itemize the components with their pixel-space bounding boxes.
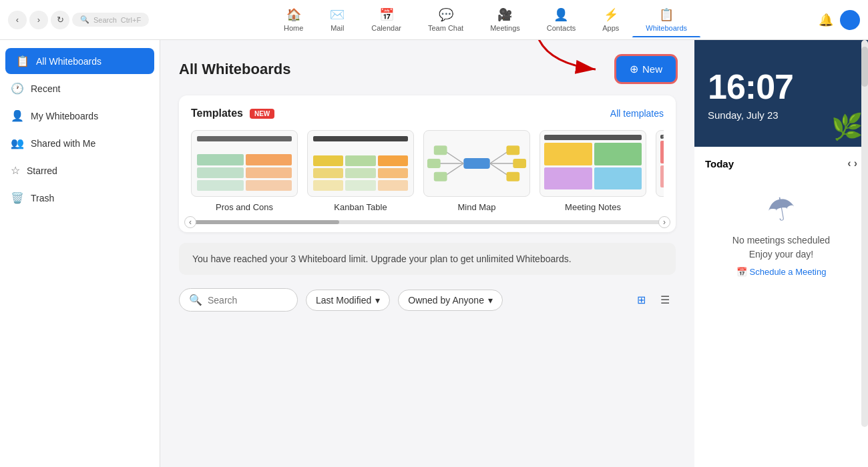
new-button-label: New: [642, 63, 662, 75]
sidebar-label-recent: Recent: [31, 83, 60, 94]
nav-item-apps[interactable]: ⚡ Apps: [589, 2, 632, 37]
clock-time: 16:07: [708, 67, 793, 107]
nav-item-calendar[interactable]: 📅 Calendar: [358, 2, 415, 37]
scroll-right-button[interactable]: ›: [658, 216, 670, 228]
list-view-button[interactable]: ☰: [654, 290, 676, 311]
template-start-stop[interactable]: Stop, Start, Continue Retrospective: [656, 130, 664, 212]
home-icon: 🏠: [286, 7, 301, 22]
sidebar-item-starred[interactable]: ☆ Starred: [0, 157, 160, 183]
new-badge: NEW: [250, 109, 274, 119]
calendar-icon: 📅: [379, 7, 394, 22]
template-pros-cons[interactable]: Pros and Cons: [191, 130, 298, 212]
template-kanban[interactable]: Kanban Table: [307, 130, 414, 212]
nav-label-whiteboards: Whiteboards: [646, 24, 687, 32]
sidebar-item-recent[interactable]: 🕐 Recent: [0, 75, 160, 101]
right-panel-calendar: Today ‹ › ☂ No meetings scheduled Enjoy …: [694, 147, 868, 467]
calendar-prev-button[interactable]: ‹: [847, 157, 851, 169]
scrollbar-thumb[interactable]: [192, 220, 339, 224]
no-meetings-text: No meetings scheduled Enjoy your day!: [732, 234, 830, 262]
content-header: All Whiteboards ⊕ New: [179, 56, 676, 82]
chevron-down-icon-2: ▾: [488, 295, 493, 306]
nav-item-mail[interactable]: ✉️ Mail: [316, 2, 358, 37]
arrow-annotation: [529, 40, 616, 76]
calendar-next-button[interactable]: ›: [854, 157, 857, 169]
svg-rect-10: [434, 172, 447, 181]
nav-item-whiteboards[interactable]: 📋 Whiteboards: [632, 2, 700, 37]
list-icon: ☰: [660, 294, 670, 306]
page-title: All Whiteboards: [179, 61, 290, 78]
trash-icon: 🗑️: [11, 191, 24, 204]
nav-item-meetings[interactable]: 🎥 Meetings: [477, 2, 533, 37]
nav-label-mail: Mail: [331, 24, 344, 32]
clock-date: Sunday, July 23: [708, 109, 779, 121]
all-templates-link[interactable]: All templates: [610, 108, 664, 119]
sidebar-label-my-whiteboards: My Whiteboards: [31, 111, 98, 121]
no-meetings-line2: Enjoy your day!: [732, 248, 830, 262]
search-input-wrap: 🔍: [179, 288, 298, 312]
right-panel-clock: 16:07 Sunday, July 23 🌿: [694, 40, 868, 147]
templates-header: Templates NEW All templates: [191, 107, 664, 119]
nav-label-apps: Apps: [602, 24, 619, 32]
teamchat-icon: 💬: [439, 7, 453, 22]
no-meetings-line1: No meetings scheduled: [732, 234, 830, 248]
global-search-bar[interactable]: 🔍 Search Ctrl+F: [72, 13, 149, 27]
sidebar-item-all-whiteboards[interactable]: 📋 All Whiteboards: [5, 48, 154, 74]
nav-item-teamchat[interactable]: 💬 Team Chat: [415, 2, 477, 37]
template-meeting-notes[interactable]: Meeting Notes: [539, 130, 646, 212]
recent-icon: 🕐: [11, 82, 24, 95]
sidebar-label-trash: Trash: [31, 193, 54, 203]
no-meetings-panel: ☂ No meetings scheduled Enjoy your day! …: [705, 177, 857, 290]
whiteboard-search-input[interactable]: [208, 295, 288, 306]
template-thumb-pros-cons: [191, 130, 298, 197]
nav-right: 🔔: [811, 10, 868, 30]
nav-center: 🏠 Home ✉️ Mail 📅 Calendar 💬 Team Chat 🎥 …: [160, 2, 811, 37]
template-thumb-kanban: [307, 130, 414, 197]
last-modified-dropdown[interactable]: Last Modified ▾: [306, 290, 390, 311]
sidebar-label-all-whiteboards: All Whiteboards: [36, 56, 101, 67]
search-label: Search: [93, 16, 117, 24]
sidebar-item-shared-with-me[interactable]: 👥 Shared with Me: [0, 130, 160, 156]
view-toggle: ⊞ ☰: [630, 290, 676, 311]
svg-rect-12: [513, 159, 526, 168]
nav-item-contacts[interactable]: 👤 Contacts: [533, 2, 589, 37]
back-button[interactable]: ‹: [8, 11, 27, 29]
template-thumb-meeting-notes: [539, 130, 646, 197]
starred-icon: ☆: [11, 164, 20, 177]
template-mindmap[interactable]: Mind Map: [423, 130, 530, 212]
new-whiteboard-button[interactable]: ⊕ New: [616, 56, 676, 82]
svg-rect-1: [463, 158, 490, 169]
contacts-icon: 👤: [554, 7, 568, 22]
search-shortcut: Ctrl+F: [121, 16, 141, 24]
sidebar-item-trash[interactable]: 🗑️ Trash: [0, 185, 160, 211]
upgrade-banner: You have reached your 3 Whiteboard limit…: [179, 243, 676, 275]
calendar-nav: ‹ ›: [847, 157, 857, 169]
search-icon: 🔍: [80, 15, 89, 24]
grid-view-button[interactable]: ⊞: [630, 290, 652, 311]
shared-icon: 👥: [11, 137, 24, 149]
umbrella-illustration: ☂: [764, 189, 799, 231]
svg-rect-11: [506, 145, 519, 155]
scroll-left-button[interactable]: ‹: [184, 216, 196, 228]
nav-label-home: Home: [284, 24, 303, 32]
refresh-button[interactable]: ↻: [51, 11, 69, 29]
nav-label-meetings: Meetings: [490, 24, 520, 32]
owned-by-dropdown[interactable]: Owned by Anyone ▾: [398, 290, 503, 311]
mail-icon: ✉️: [330, 7, 345, 22]
template-label-pros-cons: Pros and Cons: [216, 202, 273, 212]
grid-icon: ⊞: [637, 294, 646, 306]
upgrade-text: You have reached your 3 Whiteboard limit…: [192, 254, 572, 264]
sidebar-item-my-whiteboards[interactable]: 👤 My Whiteboards: [0, 103, 160, 129]
template-thumb-start-stop: Stop, Start, Continue Retrospective: [656, 130, 664, 197]
nav-item-home[interactable]: 🏠 Home: [270, 2, 316, 37]
whiteboards-icon: 📋: [659, 7, 674, 22]
forward-button[interactable]: ›: [29, 11, 48, 29]
templates-scrollbar-area: ‹ ›: [191, 220, 664, 225]
mindmap-svg: [424, 130, 529, 197]
user-avatar[interactable]: [840, 10, 860, 30]
svg-rect-9: [427, 159, 441, 168]
svg-rect-8: [434, 145, 447, 155]
schedule-meeting-link[interactable]: 📅 Schedule a Meeting: [736, 267, 827, 277]
chevron-down-icon: ▾: [375, 295, 380, 306]
templates-title: Templates: [191, 107, 243, 119]
notification-bell-icon[interactable]: 🔔: [819, 13, 833, 27]
